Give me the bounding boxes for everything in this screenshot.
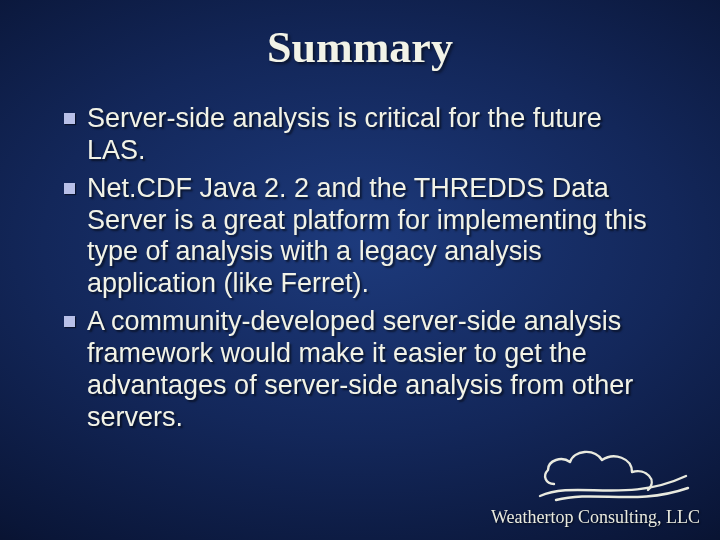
square-bullet-icon xyxy=(64,113,75,124)
slide: Summary Server-side analysis is critical… xyxy=(0,0,720,540)
slide-body: Server-side analysis is critical for the… xyxy=(64,103,664,434)
list-item: Server-side analysis is critical for the… xyxy=(64,103,664,167)
cloud-mountain-logo xyxy=(536,440,696,512)
bullet-text: Net.CDF Java 2. 2 and the THREDDS Data S… xyxy=(87,173,664,300)
list-item: A community-developed server-side analys… xyxy=(64,306,664,433)
bullet-text: A community-developed server-side analys… xyxy=(87,306,664,433)
square-bullet-icon xyxy=(64,316,75,327)
bullet-text: Server-side analysis is critical for the… xyxy=(87,103,664,167)
list-item: Net.CDF Java 2. 2 and the THREDDS Data S… xyxy=(64,173,664,300)
slide-title: Summary xyxy=(0,0,720,73)
square-bullet-icon xyxy=(64,183,75,194)
footer-text: Weathertop Consulting, LLC xyxy=(491,507,700,528)
